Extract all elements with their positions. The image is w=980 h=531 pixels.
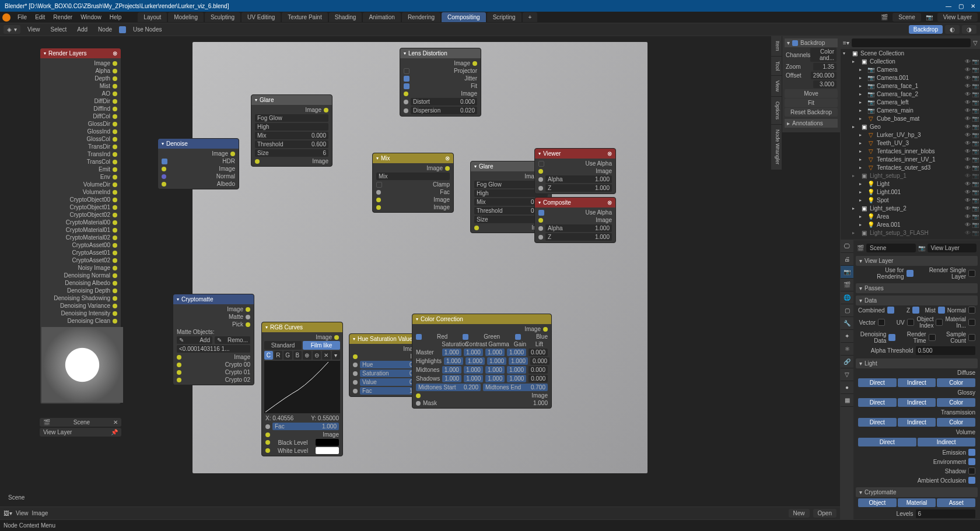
diffuse-color-btn[interactable]: Color (937, 378, 975, 387)
crypto-asset-btn[interactable]: Asset (937, 498, 975, 507)
cc-value-field[interactable]: 1.000 (442, 375, 461, 382)
visibility-icon[interactable]: 👁 (965, 99, 971, 106)
close-icon[interactable]: ✕ (971, 3, 975, 9)
output-socket[interactable]: CryptoObject01 (43, 203, 118, 211)
output-socket[interactable]: CryptoAsset02 (43, 256, 118, 264)
render-icon[interactable]: 📷 (972, 91, 978, 97)
emission-checkbox[interactable] (968, 449, 975, 456)
menu-window[interactable]: Window (77, 13, 105, 22)
tab-animation[interactable]: Animation (363, 12, 400, 22)
output-socket[interactable]: Denoising Shadowing (43, 294, 118, 302)
proptab-render[interactable]: 🖵 (841, 240, 853, 253)
cc-value-field[interactable]: 0.000 (528, 349, 548, 356)
cc-value-field[interactable]: 1.000 (485, 349, 505, 356)
sidetab-options[interactable]: Options (771, 97, 782, 125)
remove-button[interactable]: ✎Remo... (215, 336, 250, 344)
cc-value-field[interactable]: 0.000 (528, 366, 548, 374)
proptab-texture[interactable]: ▦ (841, 394, 853, 407)
cryptomatte-panel-header[interactable]: ▾Cryptomatte (856, 487, 978, 497)
matindex-checkbox[interactable] (968, 319, 975, 326)
curve-tool-2[interactable]: ⊖ (313, 351, 321, 360)
outliner-item[interactable]: ▸📷Camera_face_2👁📷 (841, 90, 980, 98)
render-icon[interactable]: 📷 (972, 230, 978, 236)
standard-btn[interactable]: Standard (264, 341, 302, 350)
outliner-item[interactable]: ▸▽Tentacles_inner_blobs👁📷 (841, 147, 980, 155)
output-socket[interactable]: TransCol (43, 158, 118, 166)
tab-layout[interactable]: Layout (138, 12, 167, 22)
vol-indirect-btn[interactable]: Indirect (918, 438, 976, 446)
render-time-checkbox[interactable] (929, 334, 936, 341)
menu-select[interactable]: Select (47, 25, 71, 34)
sidetab-item[interactable]: Item (771, 36, 782, 57)
vector-checkbox[interactable] (878, 319, 885, 326)
visibility-icon[interactable]: 👁 (965, 164, 971, 171)
menu-help[interactable]: Help (106, 13, 125, 22)
outliner-item[interactable]: ▸▣Collection👁📷 (841, 57, 980, 65)
tab-add[interactable]: + (523, 12, 538, 22)
mist-checkbox[interactable] (938, 307, 945, 314)
scene-selector[interactable]: Scene (892, 13, 921, 22)
scene-name-box[interactable]: Scene (866, 244, 916, 252)
menu-file[interactable]: File (14, 13, 30, 22)
visibility-icon[interactable]: 👁 (965, 181, 971, 187)
node-close-icon[interactable]: ⊗ (445, 155, 450, 161)
outliner-item[interactable]: ▸📷Camera.001👁📷 (841, 73, 980, 82)
output-socket[interactable]: VolumeInd (43, 188, 118, 196)
visibility-icon[interactable]: 👁 (965, 91, 971, 97)
render-icon[interactable]: 📷 (972, 173, 978, 179)
render-icon[interactable]: 📷 (972, 107, 978, 114)
sample-count-checkbox[interactable] (968, 334, 975, 341)
sidetab-tool[interactable]: Tool (771, 57, 782, 76)
use-nodes-checkbox[interactable] (119, 26, 126, 33)
outliner-item[interactable]: ▸▣Light_setup_1👁📷 (841, 171, 980, 180)
hdr-checkbox[interactable] (162, 159, 167, 164)
outliner-item[interactable]: ▸▣Light_setup_2👁📷 (841, 204, 980, 212)
trans-indirect-btn[interactable]: Indirect (898, 418, 936, 427)
output-socket[interactable]: Emit (43, 166, 118, 173)
node-close-icon[interactable]: ⊗ (607, 150, 612, 157)
zoom-field[interactable]: 1.35 (813, 63, 836, 71)
outliner-item[interactable]: ▸💡Area👁📷 (841, 212, 980, 220)
cc-value-field[interactable]: 1.000 (442, 349, 461, 356)
cc-value-field[interactable]: 1.000 (485, 366, 505, 374)
outliner-item[interactable]: ▸📷Camera👁📷 (841, 65, 980, 73)
proptab-viewlayer[interactable]: 📷 (841, 266, 853, 279)
crypto-material-btn[interactable]: Material (898, 498, 936, 507)
vol-direct-btn[interactable]: Direct (858, 438, 916, 446)
outliner-item[interactable]: ▸📷Camera_main👁📷 (841, 106, 980, 114)
render-icon[interactable]: 📷 (972, 132, 978, 138)
menu-render[interactable]: Render (50, 13, 76, 22)
visibility-icon[interactable]: 👁 (965, 107, 971, 114)
glossy-direct-btn[interactable]: Direct (858, 398, 897, 407)
proptab-world[interactable]: 🌐 (841, 291, 853, 304)
combined-checkbox[interactable] (887, 307, 894, 314)
output-socket[interactable]: Env (43, 173, 118, 181)
use-for-rendering-checkbox[interactable] (907, 270, 914, 277)
node-rgb-curves[interactable]: ▾RGB Curves Image StandardFilm like C R … (261, 322, 343, 456)
outliner-mode-dropdown[interactable]: ≡▾ (843, 40, 849, 46)
black-color-swatch[interactable] (316, 439, 339, 446)
node-denoise[interactable]: ▾Denoise Image HDR Image Normal Albedo (158, 138, 239, 189)
visibility-icon[interactable]: 👁 (965, 205, 971, 212)
new-button[interactable]: New (789, 509, 810, 518)
channel-b[interactable]: B (293, 351, 302, 360)
output-socket[interactable]: CryptoAsset01 (43, 249, 118, 256)
render-single-checkbox[interactable] (968, 270, 975, 277)
render-icon[interactable]: 📷 (972, 99, 978, 106)
environment-checkbox[interactable] (968, 458, 975, 465)
alpha-threshold-field[interactable]: 0.500 (916, 346, 976, 355)
output-socket[interactable]: CryptoAsset00 (43, 241, 118, 249)
output-socket[interactable]: CryptoObject02 (43, 211, 118, 219)
render-icon[interactable]: 📷 (972, 213, 978, 220)
menu-node[interactable]: Node (94, 25, 116, 34)
output-socket[interactable]: Denoising Intensity (43, 310, 118, 317)
output-socket[interactable]: TransDir (43, 143, 118, 150)
node-editor[interactable]: ▾Render Layers⊗ ImageAlphaDepthMistAODif… (0, 36, 840, 519)
tab-scripting[interactable]: Scripting (487, 12, 522, 22)
cc-value-field[interactable]: 1.000 (444, 357, 463, 365)
diffuse-direct-btn[interactable]: Direct (858, 378, 897, 387)
add-button[interactable]: ✎Add (177, 336, 212, 344)
denoising-data-checkbox[interactable] (888, 334, 895, 341)
shadow-checkbox[interactable] (968, 467, 975, 474)
header-btn-2[interactable]: ◑ (962, 25, 977, 34)
